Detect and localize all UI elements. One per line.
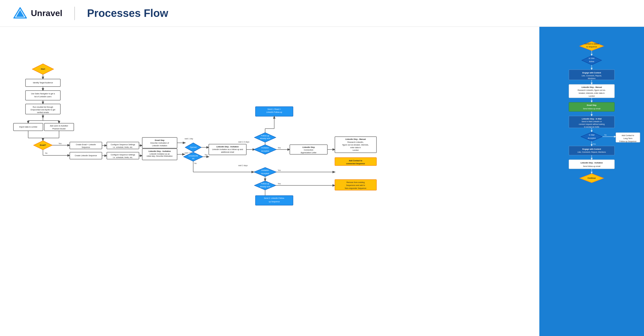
remove-label1: Remove from existing [346, 181, 365, 184]
rp-li-inmail-d2: connect request without asking [579, 123, 605, 125]
email-step-desc1: Describe motivation of [150, 142, 169, 144]
header: Unravel Processes Flow [0, 0, 644, 27]
inv-acc2-label1: Invitation [261, 169, 269, 171]
followup-sent1-label2: already sent [260, 137, 270, 140]
li-inv-step-desc2: initial step, Describe Motivation [147, 155, 173, 157]
li-manual-desc1: Research LinkedIn, [347, 141, 364, 143]
li-inv-step-title: LinkedIn Step - Invitation [148, 150, 171, 152]
rp-continue-label: Continue [588, 177, 596, 179]
rp-add-lt-l3: Follow-up Sequence [619, 140, 636, 143]
config1-label2: i.e. schedule, limits, etc. [113, 146, 133, 148]
rp-add-lt-l2: Long-Term [623, 137, 632, 140]
rp-inmail-acc [581, 132, 602, 141]
right-panel-svg: Contact is added to Sequence Is User Act… [539, 27, 644, 336]
rp-user-active-label1: Is User [589, 57, 595, 59]
unsub-label2: ed [192, 158, 194, 159]
wait23-label: wait 2-3 days [238, 141, 250, 143]
right-panel: Contact is added to Sequence Is User Act… [539, 27, 644, 336]
create-email-li-label2: Sequence [82, 146, 90, 148]
config1-label1: Configure Sequence Settings [111, 144, 135, 146]
rp-engage2-title: Engage with Content [582, 148, 601, 150]
rp-contact-label2: to Sequence [586, 46, 597, 48]
rp-engage2-desc: Like, Comment, Repost, Mentions [577, 151, 606, 153]
run-list-label3: verified emails [37, 111, 49, 113]
li-inv-mid-desc1: LinkedIn Invitation as a follow-up and [212, 148, 243, 151]
send1-label1: Send 1: React + [268, 108, 281, 110]
sales-nav-label: Use Sales Navigator to get a [31, 93, 55, 95]
send2-label1: Send 2: LinkedIn Follow- [264, 197, 285, 199]
add-contact-seq-label1: Add Contact to [349, 160, 362, 162]
li-conn-title: LinkedIn Step [302, 146, 315, 148]
remove-label3: Non-responder Sequence [345, 187, 366, 189]
sales-nav-label2: list of LinkedIn users [34, 96, 52, 98]
add-users-label2: Phantom Buster [52, 128, 66, 130]
li-inv-mid-desc2: additional email [221, 151, 234, 153]
rp-inmail-acc-label1: In Mail [589, 134, 595, 136]
email-step-title: Email Step [155, 139, 164, 141]
inv2-yes-label: Yes [278, 169, 281, 171]
unsub-label1: Unsubscrib [188, 155, 198, 157]
no-label: No [45, 152, 47, 154]
rp-li-inmail-d1: Send In Mail LinkedIn or [581, 121, 602, 122]
email-label: Email? [40, 144, 46, 146]
add-contact-seq-label2: connected Sequence [346, 163, 365, 165]
yes-label: Yes [58, 143, 62, 144]
rp-engage-content2 [569, 146, 614, 155]
unsub-yes: Yes [204, 154, 208, 156]
send1-label2: LinkedIn Follow-up [266, 111, 282, 113]
config2-label2: i.e. schedule, limits, etc. [113, 156, 133, 158]
li-inv-step-desc1: LinkedIn Invitation as an [149, 153, 170, 155]
rp-li-inmail-d3: to accept an invite [584, 126, 599, 128]
run-list-label1: Run resulted list through [33, 106, 53, 108]
start-label: Start [41, 68, 45, 70]
rp-li-manual-d3: Lemlist [589, 95, 595, 97]
inv-acc1-diamond [254, 145, 276, 154]
li-manual-desc2: figure out ice-breaker, interests, [342, 144, 369, 146]
rp-email-step [569, 102, 614, 111]
flowchart-svg: Start Identify Target Audience Use Sales… [5, 32, 529, 327]
logo-text: Unravel [31, 8, 62, 18]
rp-yes-label: Yes [593, 143, 596, 145]
add-users-label1: Add users to Autoliker [50, 125, 68, 127]
rp-inmail-acc-label2: Accepted [588, 137, 595, 139]
remove-label2: Sequences and add to [346, 184, 365, 186]
create-li-label: Create LinkedIn Sequence [75, 155, 97, 157]
run-list-label2: Dropcontact and Apollo to get [31, 109, 55, 111]
main-content: Start Identify Target Audience Use Sales… [0, 27, 644, 336]
import-data-label: Import data to Lemlist [19, 126, 37, 128]
logo-area: Unravel Processes Flow [13, 7, 168, 20]
inv-acc2-diamond [254, 167, 276, 177]
rp-li-manual-d2: breaker, interests, enter data in [579, 92, 605, 94]
inv-yes-label: Yes [278, 147, 281, 149]
fu2-yes-label: Yes [278, 183, 281, 185]
rp-li-manual-d1: Research LinkedIn, figure out ice- [578, 89, 606, 91]
inv-acc2-label2: Accepted [261, 173, 269, 175]
li-manual-desc3: enter data in [350, 147, 361, 148]
wait1-label: wait 1 day [184, 138, 193, 140]
rp-li-inmail-title: LinkedIn Step - In Mail [582, 118, 602, 120]
li-conn-desc2: Appreciation Letter [301, 152, 317, 154]
followup-sent2-label2: already sent [260, 186, 270, 188]
rp-li-manual-title: LinkedIn Step - Manual [581, 86, 602, 88]
config2-label1: Configure Sequence Settings [111, 154, 135, 156]
rp-contact-label1: Contact is added [585, 43, 599, 45]
header-divider [74, 7, 75, 20]
rp-no-label: No [604, 134, 607, 136]
rp-email-step-title: Email Step [587, 104, 597, 106]
rp-li-seq-desc: Send follow-up email [583, 165, 601, 167]
page-title: Processes Flow [87, 7, 168, 19]
create-email-li-label1: Create Email + LinkedIn [76, 144, 96, 145]
rp-user-active-label2: Active [589, 61, 594, 62]
rp-add-lt-l1: Add Contact to [622, 135, 634, 136]
li-manual-desc4: Lemlist [353, 149, 358, 151]
unravel-logo-icon [13, 7, 27, 19]
rp-email-step-desc: Send follow-up email [583, 108, 601, 110]
li-manual-title: LinkedIn Step - Manual [345, 138, 366, 140]
inv-acc1-label2: Accepted [261, 150, 269, 152]
email-step-desc2: LinkedIn Invitation [152, 145, 167, 147]
flow-area: Start Identify Target Audience Use Sales… [0, 27, 539, 336]
rp-engage-title1: Engage with Content [582, 72, 601, 74]
opened-label: Opened [190, 146, 197, 148]
rp-engage-desc1: Like, Comment, Repost, [581, 75, 602, 77]
unsub-no-label: No [194, 162, 197, 164]
